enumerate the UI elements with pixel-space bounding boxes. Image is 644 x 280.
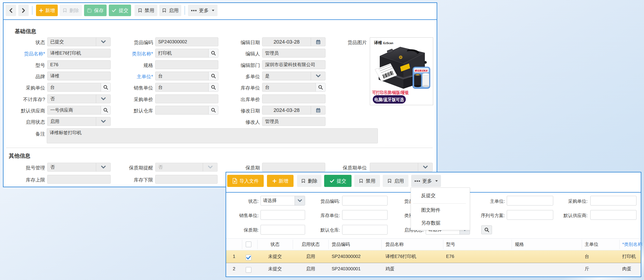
svg-text:赠送测试耗材: 赠送测试耗材 — [415, 69, 428, 72]
svg-text:可打印吊牌/铜版/哑银: 可打印吊牌/铜版/哑银 — [372, 90, 409, 95]
svg-text:电脑/蓝牙版可选: 电脑/蓝牙版可选 — [374, 97, 404, 102]
svg-text:EzScan: EzScan — [383, 41, 393, 45]
svg-text:译维: 译维 — [374, 40, 382, 45]
